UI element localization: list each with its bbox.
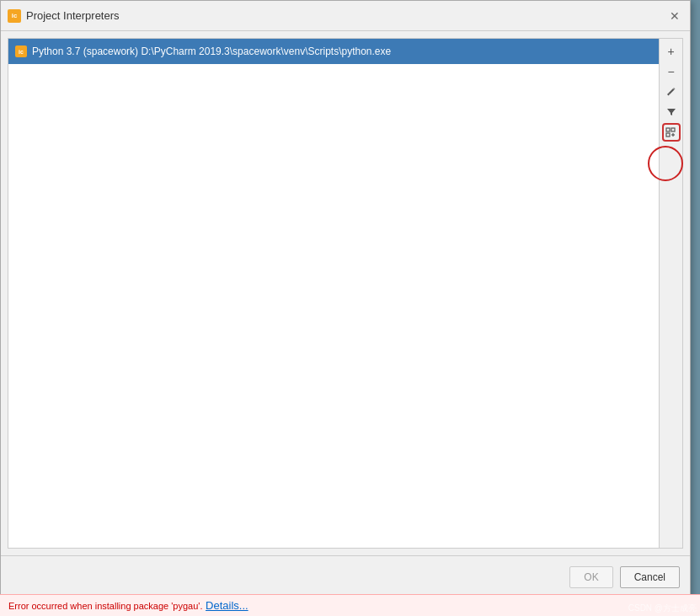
dialog-content: ic Python 3.7 (spacework) D:\PyCharm 201… — [1, 31, 690, 555]
packages-list — [8, 64, 659, 548]
cancel-button[interactable]: Cancel — [620, 566, 680, 588]
error-message: Error occurred when installing package '… — [8, 599, 248, 612]
selected-interpreter-row[interactable]: ic Python 3.7 (spacework) D:\PyCharm 201… — [8, 39, 659, 64]
show-paths-button[interactable] — [662, 123, 681, 142]
ok-button[interactable]: OK — [569, 566, 612, 588]
filter-icon — [666, 107, 676, 117]
error-details-link[interactable]: Details... — [206, 599, 248, 612]
title-bar-left: ic Project Interpreters — [8, 9, 120, 23]
dialog-title: Project Interpreters — [26, 9, 120, 22]
svg-rect-2 — [666, 133, 670, 137]
dialog-footer: OK Cancel — [1, 555, 690, 597]
show-paths-icon — [665, 127, 676, 138]
interpreter-path: Python 3.7 (spacework) D:\PyCharm 2019.3… — [32, 46, 391, 57]
dialog-icon: ic — [8, 9, 21, 23]
add-package-button[interactable]: + — [662, 42, 681, 61]
error-bar: Error occurred when installing package '… — [0, 594, 700, 616]
interpreter-list-area: ic Python 3.7 (spacework) D:\PyCharm 201… — [8, 39, 659, 548]
pencil-icon — [666, 87, 676, 97]
remove-package-button[interactable]: − — [662, 62, 681, 81]
svg-rect-0 — [666, 128, 670, 131]
close-button[interactable]: ✕ — [666, 8, 683, 24]
watermark: CSDN @方士成亮 — [628, 603, 697, 614]
svg-rect-1 — [671, 128, 675, 131]
interpreter-icon: ic — [15, 46, 27, 57]
title-bar: ic Project Interpreters ✕ — [1, 1, 690, 31]
interpreter-panel: ic Python 3.7 (spacework) D:\PyCharm 201… — [8, 38, 683, 549]
edit-package-button[interactable] — [662, 83, 681, 101]
project-interpreters-dialog: ic Project Interpreters ✕ ic Python 3.7 … — [0, 0, 691, 598]
toolbar-right: + − — [659, 39, 682, 548]
filter-button[interactable] — [662, 103, 681, 121]
